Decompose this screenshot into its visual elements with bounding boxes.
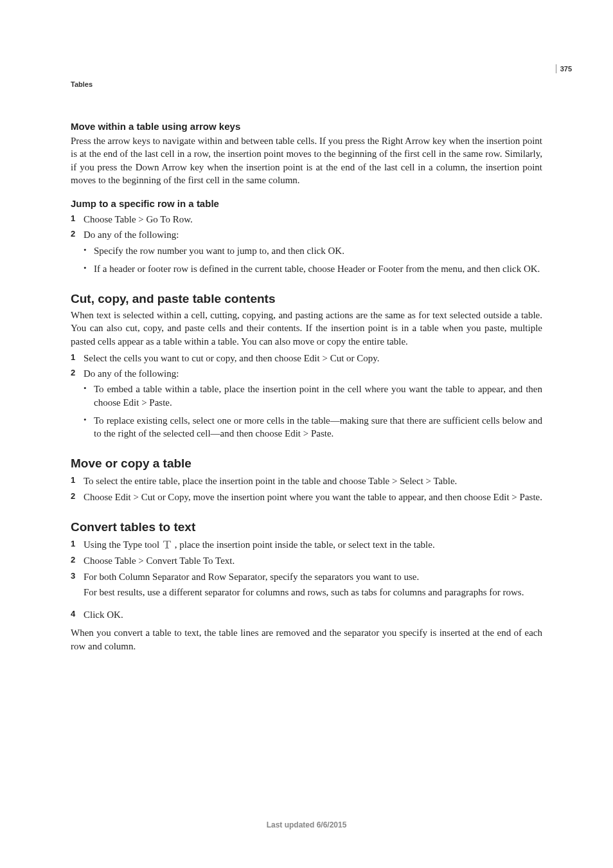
page-number: 375	[556, 64, 572, 73]
list-item: 2 Do any of the following:	[71, 367, 542, 380]
step-number: 2	[71, 367, 84, 380]
step3-note: For best results, use a different separa…	[84, 586, 542, 599]
steps-cut-copy: 1 Select the cells you want to cut or co…	[71, 352, 542, 381]
bullets-cut-copy: To embed a table within a table, place t…	[71, 383, 542, 440]
heading-jump-row: Jump to a specific row in a table	[71, 198, 542, 209]
heading-convert: Convert tables to text	[71, 520, 542, 534]
bullet-text: To replace existing cells, select one or…	[94, 414, 542, 440]
convert-closing: When you convert a table to text, the ta…	[71, 626, 542, 653]
step-number: 3	[71, 570, 84, 583]
steps-jump-row: 1 Choose Table > Go To Row. 2 Do any of …	[71, 213, 542, 242]
list-item: 2 Choose Edit > Cut or Copy, move the in…	[71, 491, 542, 503]
list-item: If a header or footer row is defined in …	[84, 262, 542, 275]
list-item: 1 Choose Table > Go To Row.	[71, 213, 542, 226]
step-number: 1	[71, 352, 84, 365]
step-number: 4	[71, 608, 84, 621]
step-text: Choose Edit > Cut or Copy, move the inse…	[84, 491, 542, 503]
list-item: 1 To select the entire table, place the …	[71, 475, 542, 487]
step-number: 2	[71, 554, 84, 567]
footer-updated: Last updated 6/6/2015	[0, 820, 613, 829]
list-item: 3 For both Column Separator and Row Sepa…	[71, 570, 542, 583]
list-item: 2 Do any of the following:	[71, 228, 542, 241]
list-item: 2 Choose Table > Convert Table To Text.	[71, 554, 542, 567]
bullets-jump-row: Specify the row number you want to jump …	[71, 244, 542, 276]
step-text: Choose Table > Go To Row.	[84, 213, 542, 226]
step-text: For both Column Separator and Row Separa…	[84, 570, 542, 583]
step-number: 1	[71, 213, 84, 226]
step-text: Choose Table > Convert Table To Text.	[84, 554, 542, 567]
list-item: 4 Click OK.	[71, 608, 542, 621]
step-text: To select the entire table, place the in…	[84, 475, 542, 487]
heading-cut-copy: Cut, copy, and paste table contents	[71, 292, 542, 306]
heading-move-arrow: Move within a table using arrow keys	[71, 121, 542, 132]
bullet-text: Specify the row number you want to jump …	[94, 244, 344, 257]
list-item: Specify the row number you want to jump …	[84, 244, 542, 257]
steps-convert-cont: 4 Click OK.	[71, 608, 542, 621]
step-text: Do any of the following:	[84, 228, 542, 241]
step-text: Click OK.	[84, 608, 542, 621]
bullet-text: To embed a table within a table, place t…	[94, 383, 542, 409]
bullet-text: If a header or footer row is defined in …	[94, 262, 540, 275]
section-label: Tables	[71, 80, 93, 88]
step1-post: , place the insertion point inside the t…	[175, 539, 435, 550]
heading-move-copy-table: Move or copy a table	[71, 457, 542, 471]
body-cut-copy: When text is selected within a cell, cut…	[71, 309, 542, 348]
step-number: 2	[71, 228, 84, 241]
steps-move-copy-table: 1 To select the entire table, place the …	[71, 475, 542, 503]
step-number: 2	[71, 491, 84, 503]
list-item: 1 Select the cells you want to cut or co…	[71, 352, 542, 365]
step-number: 1	[71, 475, 84, 487]
steps-convert: 1 Using the Type tool , place the insert…	[71, 538, 542, 583]
body-move-arrow: Press the arrow keys to navigate within …	[71, 134, 542, 186]
list-item: To embed a table within a table, place t…	[84, 383, 542, 409]
page-content: Move within a table using arrow keys Pre…	[0, 0, 613, 653]
list-item: 1 Using the Type tool , place the insert…	[71, 538, 542, 552]
list-item: To replace existing cells, select one or…	[84, 414, 542, 440]
step-text: Do any of the following:	[84, 367, 542, 380]
step-text: Select the cells you want to cut or copy…	[84, 352, 542, 365]
step-text: Using the Type tool , place the insertio…	[84, 538, 542, 552]
step-number: 1	[71, 538, 84, 552]
step1-pre: Using the Type tool	[84, 539, 162, 550]
type-tool-icon	[162, 539, 172, 552]
